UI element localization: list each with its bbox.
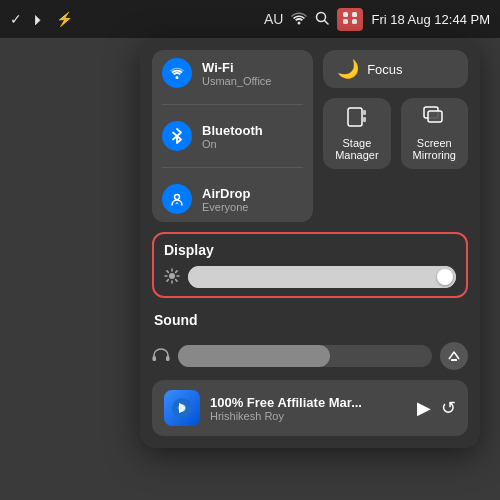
- screen-mirroring-button[interactable]: ScreenMirroring: [401, 98, 468, 169]
- svg-point-14: [169, 273, 175, 279]
- battery-icon[interactable]: ⚡: [56, 11, 73, 27]
- brightness-icon: [164, 268, 180, 287]
- svg-line-22: [176, 270, 178, 272]
- wifi-menubar-icon[interactable]: [291, 11, 307, 28]
- menubar-time: Fri 18 Aug 12:44 PM: [371, 12, 490, 27]
- divider-1: [162, 104, 303, 105]
- wifi-item[interactable]: Wi-Fi Usman_Office: [162, 58, 303, 88]
- small-buttons-row: StageManager ScreenMirroring: [323, 98, 468, 169]
- brightness-slider[interactable]: [188, 266, 456, 288]
- screen-mirroring-icon: [423, 106, 445, 133]
- now-playing-text: 100% Free Affiliate Mar... Hrishikesh Ro…: [210, 395, 407, 422]
- menubar: ✓ ⏵ ⚡ AU Fri 18: [0, 0, 500, 38]
- svg-rect-10: [363, 110, 366, 115]
- svg-line-20: [176, 279, 178, 281]
- svg-rect-13: [428, 111, 442, 122]
- bluetooth-icon: [162, 121, 192, 151]
- svg-point-0: [298, 21, 301, 24]
- svg-rect-9: [348, 108, 362, 126]
- menubar-right: AU Fri 18 Aug 12:44 PM: [264, 8, 490, 31]
- svg-point-8: [175, 195, 180, 200]
- display-title: Display: [164, 242, 456, 258]
- display-slider-row: [164, 266, 456, 288]
- menubar-left: ✓ ⏵ ⚡: [10, 11, 73, 27]
- now-playing-title: 100% Free Affiliate Mar...: [210, 395, 407, 410]
- refresh-button[interactable]: ↺: [441, 397, 456, 419]
- stage-manager-icon: [346, 106, 368, 133]
- wifi-name: Wi-Fi: [202, 60, 272, 75]
- bluetooth-text: Bluetooth On: [202, 123, 263, 150]
- now-playing-controls: ▶ ↺: [417, 397, 456, 419]
- svg-rect-4: [352, 12, 357, 17]
- sound-section: Sound: [152, 308, 468, 370]
- airdrop-item[interactable]: AirDrop Everyone: [162, 184, 303, 214]
- sound-slider-row: [152, 342, 468, 370]
- controlcenter-icon[interactable]: [337, 8, 363, 31]
- display-section: Display: [152, 232, 468, 298]
- focus-button[interactable]: 🌙 Focus: [323, 50, 468, 88]
- wifi-text: Wi-Fi Usman_Office: [202, 60, 272, 87]
- wifi-sub: Usman_Office: [202, 75, 272, 87]
- divider-2: [162, 167, 303, 168]
- sound-title: Sound: [154, 312, 466, 328]
- svg-rect-5: [343, 19, 348, 24]
- bluetooth-item[interactable]: Bluetooth On: [162, 121, 303, 151]
- svg-rect-23: [153, 356, 157, 361]
- airdrop-icon: [162, 184, 192, 214]
- brightness-thumb[interactable]: [437, 269, 453, 285]
- now-playing-panel: 100% Free Affiliate Mar... Hrishikesh Ro…: [152, 380, 468, 436]
- svg-rect-6: [352, 19, 357, 24]
- stage-manager-label: StageManager: [335, 137, 378, 161]
- svg-point-7: [176, 76, 179, 79]
- airdrop-sub: Everyone: [202, 201, 250, 213]
- control-center-panel: Wi-Fi Usman_Office Bluetooth On: [140, 38, 480, 448]
- focus-icon: 🌙: [337, 58, 359, 80]
- right-buttons: 🌙 Focus StageManager: [323, 50, 468, 222]
- airplay-icon[interactable]: [440, 342, 468, 370]
- svg-rect-3: [343, 12, 348, 17]
- app-icon: [164, 390, 200, 426]
- svg-rect-24: [166, 356, 170, 361]
- search-menubar-icon[interactable]: [315, 11, 329, 28]
- airdrop-text: AirDrop Everyone: [202, 186, 250, 213]
- now-playing-artist: Hrishikesh Roy: [210, 410, 407, 422]
- wifi-icon: [162, 58, 192, 88]
- checkbox-icon[interactable]: ✓: [10, 11, 22, 27]
- volume-slider[interactable]: [178, 345, 432, 367]
- au-label[interactable]: AU: [264, 11, 283, 27]
- stage-manager-button[interactable]: StageManager: [323, 98, 390, 169]
- play-button[interactable]: ▶: [417, 397, 431, 419]
- airdrop-name: AirDrop: [202, 186, 250, 201]
- bluetooth-sub: On: [202, 138, 263, 150]
- screen-mirroring-label: ScreenMirroring: [413, 137, 456, 161]
- svg-rect-25: [451, 359, 457, 361]
- play-icon[interactable]: ⏵: [32, 11, 46, 27]
- focus-label: Focus: [367, 62, 402, 77]
- bluetooth-name: Bluetooth: [202, 123, 263, 138]
- network-panel: Wi-Fi Usman_Office Bluetooth On: [152, 50, 313, 222]
- top-row: Wi-Fi Usman_Office Bluetooth On: [152, 50, 468, 222]
- svg-line-19: [167, 270, 169, 272]
- svg-line-21: [167, 279, 169, 281]
- svg-rect-11: [363, 117, 366, 122]
- headphone-icon: [152, 347, 170, 366]
- svg-line-2: [325, 20, 329, 24]
